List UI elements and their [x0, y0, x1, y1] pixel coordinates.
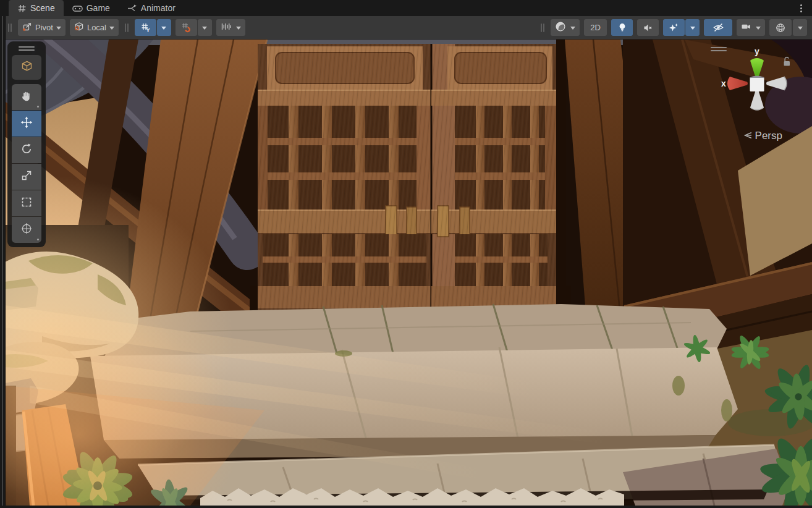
scene-viewport[interactable]: y x Persp: [5, 40, 812, 506]
effects-dropdown[interactable]: [685, 19, 700, 36]
hand-icon: [20, 90, 33, 104]
scene-grid-icon: [17, 4, 27, 13]
pivot-mode-dropdown[interactable]: Pivot: [18, 19, 66, 36]
cube-icon: [20, 60, 33, 75]
chevron-down-icon: [236, 27, 241, 32]
tool-handle-pivot-icon: [22, 22, 32, 33]
handle-rotation-dropdown[interactable]: Local: [70, 19, 119, 36]
axis-y-label[interactable]: y: [755, 48, 759, 56]
overlay-drag-handle[interactable]: [125, 23, 129, 32]
axis-x-cone[interactable]: [727, 77, 748, 90]
handle-rotation-label: Local: [87, 19, 106, 36]
axis-bottom-cone[interactable]: [750, 90, 764, 110]
handle-rotation-cube-icon: [74, 22, 84, 33]
chevron-down-icon: [570, 27, 575, 32]
chevron-down-icon: [690, 27, 695, 32]
tools-overlay-drag-handle[interactable]: [19, 46, 35, 51]
window-edge: [0, 16, 6, 508]
rect-icon: [20, 196, 33, 211]
transform-tool-button[interactable]: [12, 217, 41, 243]
snap-increment-dropdown[interactable]: [216, 19, 245, 36]
shading-mode-sphere-icon: [555, 21, 566, 34]
scale-tool-button[interactable]: [12, 164, 41, 190]
gamepad-icon: [72, 4, 83, 13]
scene-visibility-toggle[interactable]: [704, 19, 732, 36]
orientation-gizmo: y x: [718, 48, 796, 117]
axis-right-cone[interactable]: [766, 77, 787, 90]
transform-icon: [20, 222, 33, 237]
unity-scene-view-window: Scene Game Animator: [0, 0, 812, 508]
chevron-down-icon: [56, 27, 61, 32]
move-tool-button[interactable]: [12, 111, 41, 137]
tab-bar: Scene Game Animator: [0, 0, 812, 16]
persp-arrow-icon: [743, 130, 753, 142]
grid-visibility-toggle[interactable]: Y: [135, 19, 156, 36]
window-edge-bottom: [0, 506, 812, 508]
projection-toggle[interactable]: Persp: [743, 130, 782, 142]
grid-visibility-dropdown[interactable]: [157, 19, 171, 36]
gizmo-center-cube[interactable]: [750, 76, 764, 92]
chevron-down-icon: [161, 27, 166, 32]
overlay-drag-handle[interactable]: [541, 23, 544, 32]
camera-icon: [741, 22, 751, 33]
chevron-down-icon: [109, 27, 114, 32]
kebab-menu-icon[interactable]: [795, 2, 807, 14]
rotate-icon: [20, 143, 33, 158]
tab-label: Scene: [30, 3, 55, 13]
axis-x-label[interactable]: x: [721, 78, 726, 88]
gizmos-toggle[interactable]: [769, 19, 792, 36]
pivot-label: Pivot: [35, 19, 53, 36]
rect-tool-button[interactable]: [12, 190, 41, 216]
tab-label: Game: [87, 3, 110, 13]
projection-label: Persp: [755, 130, 782, 142]
audio-mute-toggle[interactable]: [637, 19, 659, 36]
snap-increment-ruler-icon: [221, 22, 232, 33]
view-hand-tool-button[interactable]: [12, 84, 41, 110]
camera-settings-dropdown[interactable]: [737, 19, 765, 36]
scale-icon: [20, 169, 33, 184]
scene-viewport-render[interactable]: [5, 40, 812, 506]
move-cross-icon: [20, 116, 33, 131]
axis-y-cone[interactable]: [750, 58, 764, 78]
tab-scene[interactable]: Scene: [9, 0, 64, 16]
2d-label: 2D: [590, 19, 601, 36]
tab-animator[interactable]: Animator: [119, 0, 184, 16]
tool-variant-dot: [37, 239, 39, 240]
tab-game[interactable]: Game: [64, 0, 119, 16]
tools-overlay: [7, 41, 46, 247]
overlay-drag-handle[interactable]: [8, 23, 12, 32]
svg-text:Y: Y: [146, 27, 150, 33]
2d-mode-toggle[interactable]: 2D: [584, 19, 607, 36]
animator-transition-icon: [127, 4, 137, 13]
gizmos-dropdown[interactable]: [793, 19, 807, 36]
scene-toolbar: Pivot Local Y: [0, 16, 812, 40]
shading-mode-dropdown[interactable]: [551, 19, 580, 36]
snap-settings-dropdown[interactable]: [198, 19, 212, 36]
chevron-down-icon: [798, 27, 803, 32]
snap-to-grid-button[interactable]: [176, 19, 197, 36]
tab-label: Animator: [141, 3, 176, 13]
scene-lighting-toggle[interactable]: [611, 19, 633, 36]
custom-tool-cube-button[interactable]: [12, 55, 41, 80]
effects-toggle[interactable]: [663, 19, 685, 36]
chevron-down-icon: [756, 27, 761, 32]
rotate-tool-button[interactable]: [12, 137, 41, 163]
tool-variant-dot: [37, 106, 39, 108]
chevron-down-icon: [202, 27, 207, 32]
